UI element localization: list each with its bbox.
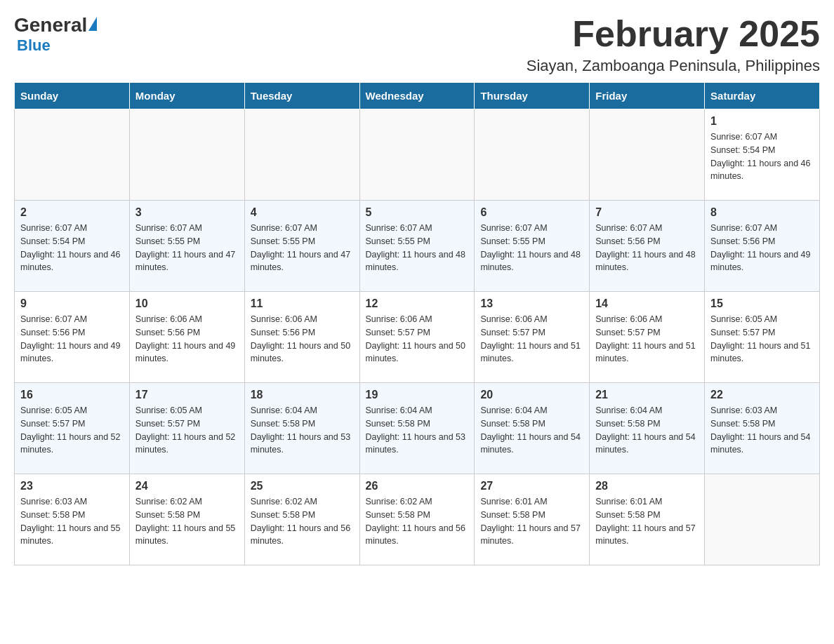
week-row-5: 23Sunrise: 6:03 AMSunset: 5:58 PMDayligh…	[15, 474, 820, 565]
day-info: Sunrise: 6:04 AMSunset: 5:58 PMDaylight:…	[366, 404, 469, 457]
day-info: Sunrise: 6:04 AMSunset: 5:58 PMDaylight:…	[595, 404, 699, 457]
calendar-cell	[129, 109, 244, 201]
calendar-cell: 3Sunrise: 6:07 AMSunset: 5:55 PMDaylight…	[129, 201, 244, 292]
calendar-cell: 18Sunrise: 6:04 AMSunset: 5:58 PMDayligh…	[244, 383, 359, 474]
calendar-cell: 20Sunrise: 6:04 AMSunset: 5:58 PMDayligh…	[475, 383, 590, 474]
week-row-2: 2Sunrise: 6:07 AMSunset: 5:54 PMDaylight…	[15, 201, 820, 292]
day-number: 8	[710, 206, 814, 219]
day-info: Sunrise: 6:05 AMSunset: 5:57 PMDaylight:…	[135, 404, 239, 457]
header-sunday: Sunday	[15, 83, 130, 109]
page-header: General Blue February 2025 Siayan, Zambo…	[14, 14, 820, 75]
calendar-cell	[244, 109, 359, 201]
day-info: Sunrise: 6:07 AMSunset: 5:54 PMDaylight:…	[20, 222, 124, 274]
day-number: 27	[480, 480, 583, 492]
day-info: Sunrise: 6:06 AMSunset: 5:57 PMDaylight:…	[480, 313, 583, 365]
day-number: 20	[480, 389, 583, 401]
month-title: February 2025	[527, 14, 820, 54]
day-info: Sunrise: 6:01 AMSunset: 5:58 PMDaylight:…	[595, 495, 699, 548]
header-thursday: Thursday	[475, 83, 590, 109]
calendar-cell: 11Sunrise: 6:06 AMSunset: 5:56 PMDayligh…	[244, 292, 359, 383]
day-number: 28	[595, 480, 699, 492]
day-number: 25	[251, 480, 354, 492]
calendar-cell: 6Sunrise: 6:07 AMSunset: 5:55 PMDaylight…	[475, 201, 590, 292]
calendar-cell: 27Sunrise: 6:01 AMSunset: 5:58 PMDayligh…	[475, 474, 590, 565]
day-number: 13	[480, 297, 583, 310]
logo-triangle-icon	[88, 17, 97, 31]
day-number: 6	[480, 206, 583, 219]
day-number: 5	[366, 206, 469, 219]
day-number: 3	[135, 206, 239, 219]
calendar-cell: 17Sunrise: 6:05 AMSunset: 5:57 PMDayligh…	[129, 383, 244, 474]
day-number: 24	[135, 480, 239, 492]
calendar-cell: 23Sunrise: 6:03 AMSunset: 5:58 PMDayligh…	[15, 474, 130, 565]
calendar-cell: 1Sunrise: 6:07 AMSunset: 5:54 PMDaylight…	[705, 109, 820, 201]
calendar-cell: 21Sunrise: 6:04 AMSunset: 5:58 PMDayligh…	[590, 383, 705, 474]
day-number: 19	[366, 389, 469, 401]
week-row-3: 9Sunrise: 6:07 AMSunset: 5:56 PMDaylight…	[15, 292, 820, 383]
day-number: 2	[20, 206, 124, 219]
week-row-1: 1Sunrise: 6:07 AMSunset: 5:54 PMDaylight…	[15, 109, 820, 201]
header-wednesday: Wednesday	[359, 83, 475, 109]
calendar-cell: 15Sunrise: 6:05 AMSunset: 5:57 PMDayligh…	[705, 292, 820, 383]
day-info: Sunrise: 6:07 AMSunset: 5:55 PMDaylight:…	[366, 222, 469, 274]
day-info: Sunrise: 6:07 AMSunset: 5:55 PMDaylight:…	[480, 222, 583, 274]
day-info: Sunrise: 6:02 AMSunset: 5:58 PMDaylight:…	[366, 495, 469, 548]
header-friday: Friday	[590, 83, 705, 109]
day-number: 21	[595, 389, 699, 401]
day-info: Sunrise: 6:06 AMSunset: 5:57 PMDaylight:…	[595, 313, 699, 365]
calendar-cell: 25Sunrise: 6:02 AMSunset: 5:58 PMDayligh…	[244, 474, 359, 565]
day-number: 23	[20, 480, 124, 492]
day-info: Sunrise: 6:02 AMSunset: 5:58 PMDaylight:…	[251, 495, 354, 548]
day-info: Sunrise: 6:07 AMSunset: 5:56 PMDaylight:…	[710, 222, 814, 274]
day-info: Sunrise: 6:07 AMSunset: 5:56 PMDaylight:…	[20, 313, 124, 365]
header-monday: Monday	[129, 83, 244, 109]
calendar-cell: 22Sunrise: 6:03 AMSunset: 5:58 PMDayligh…	[705, 383, 820, 474]
calendar-cell: 7Sunrise: 6:07 AMSunset: 5:56 PMDaylight…	[590, 201, 705, 292]
day-number: 7	[595, 206, 699, 219]
logo-general-text: General	[14, 14, 87, 36]
day-number: 1	[710, 115, 814, 128]
calendar-table: Sunday Monday Tuesday Wednesday Thursday…	[14, 82, 820, 565]
day-info: Sunrise: 6:06 AMSunset: 5:56 PMDaylight:…	[251, 313, 354, 365]
day-info: Sunrise: 6:03 AMSunset: 5:58 PMDaylight:…	[710, 404, 814, 457]
day-number: 15	[710, 297, 814, 310]
calendar-cell: 19Sunrise: 6:04 AMSunset: 5:58 PMDayligh…	[359, 383, 475, 474]
calendar-cell: 16Sunrise: 6:05 AMSunset: 5:57 PMDayligh…	[15, 383, 130, 474]
day-info: Sunrise: 6:07 AMSunset: 5:54 PMDaylight:…	[710, 130, 814, 183]
day-info: Sunrise: 6:07 AMSunset: 5:55 PMDaylight:…	[135, 222, 239, 274]
week-row-4: 16Sunrise: 6:05 AMSunset: 5:57 PMDayligh…	[15, 383, 820, 474]
day-number: 17	[135, 389, 239, 401]
calendar-cell: 10Sunrise: 6:06 AMSunset: 5:56 PMDayligh…	[129, 292, 244, 383]
day-info: Sunrise: 6:05 AMSunset: 5:57 PMDaylight:…	[20, 404, 124, 457]
day-number: 10	[135, 297, 239, 310]
calendar-cell: 5Sunrise: 6:07 AMSunset: 5:55 PMDaylight…	[359, 201, 475, 292]
calendar-cell	[15, 109, 130, 201]
day-number: 11	[251, 297, 354, 310]
calendar-cell	[475, 109, 590, 201]
calendar-cell: 8Sunrise: 6:07 AMSunset: 5:56 PMDaylight…	[705, 201, 820, 292]
calendar-cell: 13Sunrise: 6:06 AMSunset: 5:57 PMDayligh…	[475, 292, 590, 383]
calendar-cell: 26Sunrise: 6:02 AMSunset: 5:58 PMDayligh…	[359, 474, 475, 565]
logo: General Blue	[14, 14, 97, 55]
location-subtitle: Siayan, Zamboanga Peninsula, Philippines	[527, 57, 820, 75]
day-number: 14	[595, 297, 699, 310]
header-tuesday: Tuesday	[244, 83, 359, 109]
calendar-cell	[590, 109, 705, 201]
day-number: 9	[20, 297, 124, 310]
day-info: Sunrise: 6:05 AMSunset: 5:57 PMDaylight:…	[710, 313, 814, 365]
calendar-cell: 12Sunrise: 6:06 AMSunset: 5:57 PMDayligh…	[359, 292, 475, 383]
day-info: Sunrise: 6:06 AMSunset: 5:57 PMDaylight:…	[366, 313, 469, 365]
day-number: 26	[366, 480, 469, 492]
day-info: Sunrise: 6:04 AMSunset: 5:58 PMDaylight:…	[480, 404, 583, 457]
day-number: 4	[251, 206, 354, 219]
logo-blue-text: Blue	[17, 36, 51, 55]
day-number: 18	[251, 389, 354, 401]
day-number: 12	[366, 297, 469, 310]
calendar-cell: 4Sunrise: 6:07 AMSunset: 5:55 PMDaylight…	[244, 201, 359, 292]
calendar-cell: 28Sunrise: 6:01 AMSunset: 5:58 PMDayligh…	[590, 474, 705, 565]
weekday-header-row: Sunday Monday Tuesday Wednesday Thursday…	[15, 83, 820, 109]
day-info: Sunrise: 6:01 AMSunset: 5:58 PMDaylight:…	[480, 495, 583, 548]
calendar-cell	[359, 109, 475, 201]
day-info: Sunrise: 6:06 AMSunset: 5:56 PMDaylight:…	[135, 313, 239, 365]
calendar-cell	[705, 474, 820, 565]
